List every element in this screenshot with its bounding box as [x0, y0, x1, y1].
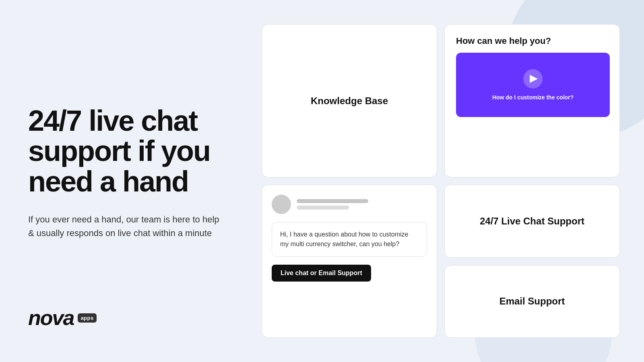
logo-area: nova apps [28, 306, 225, 338]
chat-avatar [272, 195, 291, 214]
logo-badge: apps [78, 313, 96, 323]
chat-card: Hi, I have a question about how to custo… [262, 185, 437, 338]
live-chat-email-button[interactable]: Live chat or Email Support [272, 265, 371, 282]
live-chat-support-label: 24/7 Live Chat Support [480, 216, 584, 227]
email-support-card[interactable]: Email Support [444, 265, 620, 338]
help-widget-title: How can we help you? [456, 36, 551, 46]
chat-line-2 [297, 206, 349, 210]
sub-text: If you ever need a hand, our team is her… [28, 213, 221, 240]
live-chat-support-card[interactable]: 24/7 Live Chat Support [444, 185, 620, 258]
main-heading: 24/7 live chat support if you need a han… [28, 106, 225, 197]
right-bottom-col: 24/7 Live Chat Support Email Support [444, 185, 620, 338]
chat-bubble: Hi, I have a question about how to custo… [272, 222, 427, 257]
play-button[interactable] [523, 69, 543, 88]
left-content: 24/7 live chat support if you need a han… [28, 24, 225, 306]
email-support-label: Email Support [500, 296, 565, 307]
logo-text: nova [28, 306, 74, 330]
chat-line-1 [297, 199, 368, 203]
right-panel: Knowledge Base How can we help you? How … [250, 0, 644, 362]
main-layout: 24/7 live chat support if you need a han… [0, 0, 644, 362]
knowledge-base-card[interactable]: Knowledge Base [262, 24, 437, 177]
chat-header [272, 195, 427, 214]
video-player[interactable]: How do I customize the color? [456, 53, 610, 117]
play-icon [530, 75, 538, 83]
chat-header-lines [297, 199, 427, 210]
left-panel: 24/7 live chat support if you need a han… [0, 0, 250, 362]
knowledge-base-label: Knowledge Base [311, 95, 388, 107]
video-caption: How do I customize the color? [492, 94, 574, 101]
help-widget-card: How can we help you? How do I customize … [444, 24, 620, 177]
